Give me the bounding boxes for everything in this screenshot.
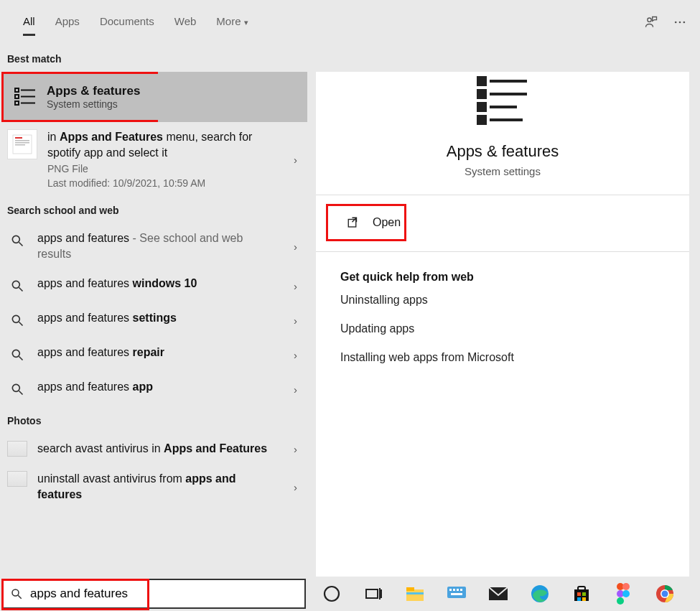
web-result[interactable]: apps and features - See school and web r… <box>0 223 307 269</box>
svg-point-58 <box>622 583 630 590</box>
svg-point-64 <box>662 591 668 597</box>
svg-rect-35 <box>348 220 356 228</box>
file-result-modified: Last modified: 10/9/2021, 10:59 AM <box>47 177 277 189</box>
svg-rect-54 <box>582 592 586 596</box>
best-match-result[interactable]: Apps & features System settings <box>1 72 158 122</box>
tab-apps[interactable]: Apps <box>45 4 90 42</box>
svg-rect-14 <box>15 144 25 146</box>
chevron-right-icon[interactable]: › <box>294 480 297 493</box>
chevron-right-icon[interactable]: › <box>294 314 297 327</box>
photo-result[interactable]: uninstall avast antivirus from apps and … <box>0 464 307 509</box>
chevron-right-icon[interactable]: › <box>294 443 297 455</box>
search-icon <box>7 230 27 251</box>
svg-point-1 <box>675 22 677 24</box>
svg-point-3 <box>683 22 686 24</box>
svg-rect-41 <box>406 587 414 591</box>
chrome-icon[interactable] <box>650 579 679 608</box>
feedback-icon[interactable] <box>637 8 666 37</box>
keyboard-icon[interactable] <box>442 579 471 608</box>
svg-line-18 <box>19 288 23 291</box>
chevron-right-icon[interactable]: › <box>294 383 297 396</box>
photo-result[interactable]: search avast antivirus in Apps and Featu… <box>0 434 307 464</box>
apps-features-large-icon <box>474 72 531 129</box>
web-result[interactable]: apps and features repair › <box>0 337 307 372</box>
web-result-title: apps and features app <box>37 379 277 395</box>
edge-icon[interactable] <box>526 579 554 608</box>
svg-line-24 <box>19 391 23 395</box>
file-result[interactable]: in Apps and Features menu, search for sp… <box>0 122 307 196</box>
photo-thumbnail-icon <box>7 441 27 457</box>
svg-rect-52 <box>578 587 585 590</box>
taskbar <box>309 577 700 611</box>
web-result-title: apps and features - See school and web r… <box>37 230 277 261</box>
file-explorer-icon[interactable] <box>401 579 429 608</box>
svg-rect-44 <box>449 589 452 591</box>
chevron-right-icon[interactable]: › <box>294 280 297 292</box>
search-icon <box>7 276 27 296</box>
search-input[interactable] <box>30 587 297 601</box>
search-filter-tabs: All Apps Documents Web More ▾ <box>0 0 700 45</box>
photo-result-title: uninstall avast antivirus from apps and … <box>37 471 277 502</box>
search-icon <box>7 379 27 399</box>
web-result[interactable]: apps and features windows 10 › <box>0 269 307 303</box>
photo-result-title: search avast antivirus in Apps and Featu… <box>37 441 277 457</box>
tab-documents[interactable]: Documents <box>90 4 164 42</box>
svg-rect-12 <box>15 140 29 141</box>
web-result[interactable]: apps and features settings › <box>0 303 307 337</box>
svg-rect-55 <box>577 597 581 601</box>
svg-point-15 <box>12 236 19 243</box>
open-label: Open <box>373 216 401 229</box>
svg-point-25 <box>12 589 19 596</box>
file-result-title: in Apps and Features menu, search for sp… <box>47 129 277 160</box>
chevron-right-icon[interactable]: › <box>294 349 297 361</box>
mail-icon[interactable] <box>484 579 513 608</box>
microsoft-store-icon[interactable] <box>567 579 596 608</box>
section-best-match: Best match <box>0 45 307 72</box>
best-match-subtitle: System settings <box>47 98 140 110</box>
open-button[interactable]: Open <box>326 204 406 241</box>
svg-rect-8 <box>15 101 19 105</box>
svg-line-26 <box>18 595 22 599</box>
apps-features-icon <box>14 85 37 108</box>
search-icon <box>10 587 23 600</box>
svg-rect-56 <box>582 597 586 601</box>
photo-thumbnail-icon <box>7 471 27 487</box>
svg-point-2 <box>679 22 681 24</box>
search-box[interactable] <box>1 579 306 609</box>
svg-point-0 <box>648 18 651 22</box>
more-options-icon[interactable] <box>666 8 694 37</box>
task-view-icon[interactable] <box>359 579 388 608</box>
svg-rect-13 <box>15 142 29 144</box>
detail-panel: Apps & features System settings Open Get… <box>316 72 689 611</box>
svg-rect-45 <box>453 589 455 591</box>
svg-point-61 <box>617 597 624 605</box>
section-search-web: Search school and web <box>0 196 307 223</box>
svg-line-22 <box>19 357 23 360</box>
svg-rect-11 <box>15 137 22 139</box>
detail-title: Apps & features <box>316 142 689 161</box>
tab-all[interactable]: All <box>13 4 45 42</box>
quick-help-link[interactable]: Uninstalling apps <box>340 294 689 307</box>
svg-point-21 <box>12 350 19 358</box>
tab-more[interactable]: More ▾ <box>206 4 258 42</box>
tab-web[interactable]: Web <box>164 4 207 42</box>
figma-icon[interactable] <box>609 579 638 608</box>
best-match-bg[interactable] <box>158 72 307 122</box>
cortana-icon[interactable] <box>317 579 346 608</box>
chevron-right-icon[interactable]: › <box>294 153 297 165</box>
open-icon <box>347 216 360 229</box>
svg-point-17 <box>12 281 19 289</box>
search-icon <box>7 345 27 365</box>
chevron-right-icon[interactable]: › <box>294 240 297 252</box>
svg-rect-27 <box>478 78 485 85</box>
svg-rect-53 <box>577 592 581 596</box>
web-result-title: apps and features repair <box>37 345 277 360</box>
svg-point-60 <box>622 590 630 597</box>
svg-rect-42 <box>406 592 424 594</box>
svg-rect-6 <box>15 95 19 98</box>
quick-help-link[interactable]: Installing web apps from Microsoft <box>340 351 689 364</box>
best-match-title: Apps & features <box>47 84 140 98</box>
quick-help-link[interactable]: Updating apps <box>340 322 689 335</box>
svg-rect-29 <box>478 90 485 98</box>
web-result[interactable]: apps and features app › <box>0 372 307 406</box>
